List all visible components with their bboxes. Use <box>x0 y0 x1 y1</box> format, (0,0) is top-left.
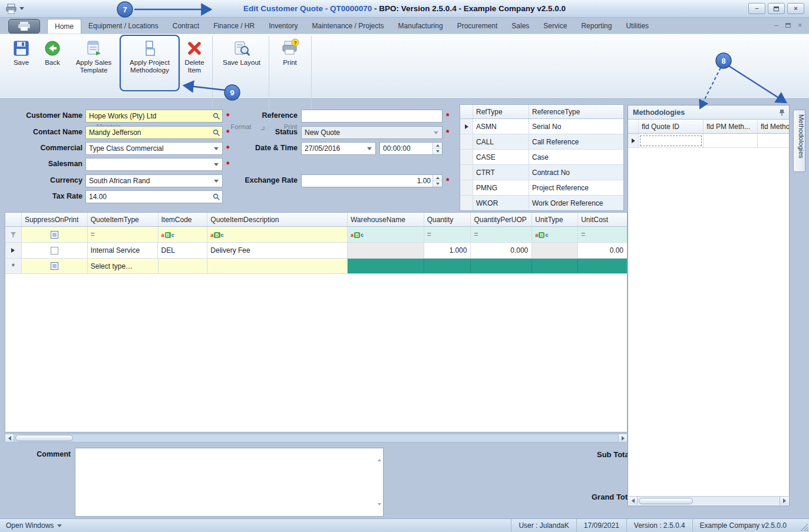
tab-procurement[interactable]: Procurement <box>450 19 505 34</box>
close-button[interactable]: × <box>787 3 804 14</box>
scroll-right-icon[interactable] <box>780 497 788 505</box>
tax-rate-lookup-icon[interactable] <box>210 191 222 203</box>
tab-reporting[interactable]: Reporting <box>574 19 619 34</box>
reftype-row[interactable]: PMNG Project Reference <box>460 180 623 196</box>
scrollbar-thumb[interactable] <box>639 498 693 504</box>
quantityperuop-column-header[interactable]: QuantityPerUOP <box>471 213 532 226</box>
quantityperuop-cell[interactable]: 0.000 <box>471 243 532 258</box>
reftype-row[interactable]: CTRT Contract No <box>460 165 623 180</box>
description-cell[interactable]: Delivery Fee <box>207 243 348 258</box>
contact-name-field[interactable]: Mandy Jefferson <box>85 126 223 139</box>
comment-scroll-up-icon[interactable] <box>378 451 381 459</box>
items-grid-hscrollbar[interactable] <box>5 434 628 442</box>
description-cell[interactable] <box>207 259 348 273</box>
fld-quote-id-column-header[interactable]: fld Quote ID <box>639 120 704 133</box>
time-field[interactable]: 00:00:00 <box>379 142 443 155</box>
tab-utilities[interactable]: Utilities <box>619 19 656 34</box>
type-filter-cell[interactable]: = <box>88 227 159 242</box>
currency-dropdown[interactable]: South African Rand <box>85 174 223 187</box>
new-item-row[interactable]: * Select type… <box>5 259 627 274</box>
tab-contract[interactable]: Contract <box>166 19 206 34</box>
referencetype-column-header[interactable]: ReferenceType <box>529 105 623 118</box>
suppress-cell[interactable] <box>22 259 88 273</box>
reftype-row[interactable]: CASE Case <box>460 150 623 165</box>
mdi-restore-icon[interactable] <box>785 23 791 28</box>
pin-icon[interactable] <box>778 109 785 116</box>
scroll-left-icon[interactable] <box>5 434 14 442</box>
unitcost-cell[interactable]: 0.00 <box>578 243 627 258</box>
unitcost-filter-cell[interactable]: = <box>578 227 627 242</box>
warehouse-filter-cell[interactable]: aBc <box>348 227 424 242</box>
tax-rate-field[interactable]: 14.00 <box>85 190 223 203</box>
reftype-row[interactable]: CALL Call Reference <box>460 134 623 150</box>
minimize-button[interactable]: – <box>748 3 765 14</box>
quantity-column-header[interactable]: Quantity <box>424 213 471 226</box>
fld-methodology-column-header[interactable]: fld Methodol <box>758 120 789 133</box>
tab-inventory[interactable]: Inventory <box>262 19 305 34</box>
reference-field[interactable] <box>301 110 443 123</box>
description-filter-cell[interactable]: aBc <box>207 227 348 242</box>
tab-equipment-locations[interactable]: Equipment / Locations <box>81 19 166 34</box>
quantityperuop-filter-cell[interactable]: = <box>471 227 532 242</box>
salesman-caret-icon[interactable] <box>210 158 222 170</box>
exchange-rate-field[interactable]: 1.00 <box>301 174 443 187</box>
tab-sales[interactable]: Sales <box>504 19 536 34</box>
reftype-row[interactable]: WKOR Work Order Reference <box>460 196 623 211</box>
time-spinner[interactable] <box>432 143 442 154</box>
suppress-filter-cell[interactable] <box>22 227 88 242</box>
comment-input[interactable] <box>75 448 384 517</box>
restore-button[interactable] <box>768 3 785 14</box>
reftype-column-header[interactable]: RefType <box>473 105 529 118</box>
quote-item-row[interactable]: Internal Service DEL Delivery Fee 1.000 … <box>5 243 627 259</box>
suppressonprint-column-header[interactable]: SuppressOnPrint <box>22 213 88 226</box>
checkbox-indeterminate[interactable] <box>51 262 58 270</box>
unitcost-column-header[interactable]: UnitCost <box>578 213 627 226</box>
checkbox-unchecked[interactable] <box>51 247 58 255</box>
print-button[interactable]: ? Print <box>273 37 306 67</box>
tab-finance-hr[interactable]: Finance / HR <box>206 19 262 34</box>
customer-lookup-icon[interactable] <box>210 110 222 122</box>
commercial-caret-icon[interactable] <box>210 143 222 154</box>
date-caret-icon[interactable] <box>364 143 375 154</box>
currency-caret-icon[interactable] <box>210 175 222 187</box>
pm-meth-cell[interactable] <box>704 134 758 147</box>
scrollbar-thumb[interactable] <box>15 435 73 441</box>
comment-scroll-down-icon[interactable] <box>378 505 381 514</box>
warehousename-column-header[interactable]: WarehouseName <box>348 213 424 226</box>
mdi-minimize-icon[interactable]: – <box>774 21 778 29</box>
delete-item-button[interactable]: Delete Item <box>180 37 209 74</box>
tab-home[interactable]: Home <box>47 19 81 34</box>
tab-service[interactable]: Service <box>536 19 574 34</box>
code-cell[interactable] <box>159 259 208 273</box>
quantity-cell[interactable]: 1.000 <box>424 243 471 258</box>
scroll-right-icon[interactable] <box>618 434 627 442</box>
mdi-close-icon[interactable]: × <box>798 21 802 29</box>
save-button[interactable]: Save <box>8 37 34 67</box>
select-type-cell[interactable]: Select type… <box>88 259 159 273</box>
tab-maintenance-projects[interactable]: Maintenance / Projects <box>305 19 391 34</box>
apply-project-methodology-button[interactable]: Apply Project Methodology <box>121 37 178 74</box>
code-cell[interactable]: DEL <box>158 243 207 258</box>
save-layout-button[interactable]: Save Layout <box>218 37 265 67</box>
apply-sales-template-button[interactable]: Apply Sales Template <box>71 37 117 74</box>
scroll-left-icon[interactable] <box>629 497 638 505</box>
application-menu-button[interactable] <box>8 19 40 34</box>
tab-manufacturing[interactable]: Manufacturing <box>391 19 450 34</box>
salesman-dropdown[interactable] <box>85 158 223 171</box>
quoteitemtype-column-header[interactable]: QuoteItemType <box>88 213 159 226</box>
code-filter-cell[interactable]: aBc <box>159 227 208 242</box>
type-cell[interactable]: Internal Service <box>88 243 159 258</box>
quote-id-cell[interactable] <box>639 134 704 147</box>
unittype-column-header[interactable]: UnitType <box>532 213 578 226</box>
methodologies-side-tab[interactable]: Methodologies <box>793 110 805 172</box>
status-dropdown[interactable]: New Quote <box>301 126 443 139</box>
quantity-filter-cell[interactable]: = <box>424 227 471 242</box>
suppress-cell[interactable] <box>22 243 88 258</box>
methodologies-hscrollbar[interactable] <box>629 496 788 505</box>
methodology-cell[interactable] <box>758 134 789 147</box>
contact-lookup-icon[interactable] <box>210 127 222 138</box>
customer-name-field[interactable]: Hope Works (Pty) Ltd <box>85 110 223 123</box>
itemcode-column-header[interactable]: ItemCode <box>159 213 208 226</box>
exchange-rate-spinner[interactable] <box>432 175 442 187</box>
checkbox-indeterminate[interactable] <box>51 231 58 239</box>
